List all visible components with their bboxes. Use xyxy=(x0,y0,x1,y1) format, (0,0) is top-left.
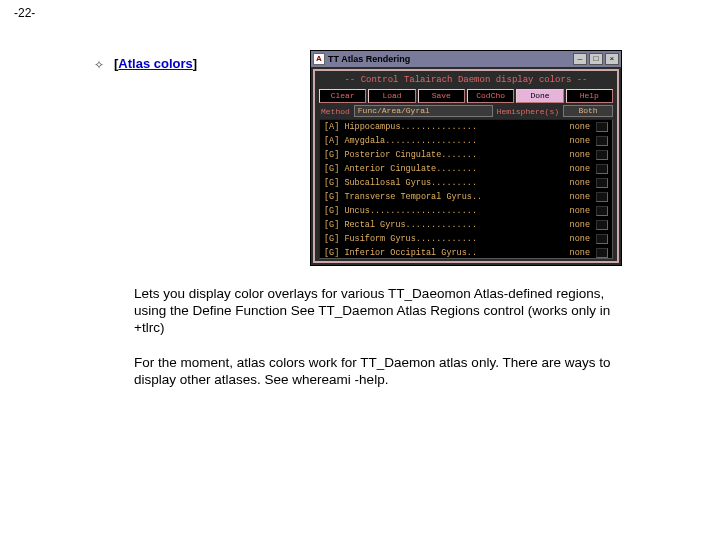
region-label: [G] Inferior Occipital Gyrus.. xyxy=(324,248,562,258)
load-button[interactable]: Load xyxy=(368,89,415,103)
clear-button[interactable]: Clear xyxy=(319,89,366,103)
region-label: [G] Uncus..................... xyxy=(324,206,562,216)
region-row[interactable]: [A] Hippocampus...............none xyxy=(320,120,612,134)
region-row[interactable]: [A] Amygdala..................none xyxy=(320,134,612,148)
color-swatch[interactable] xyxy=(596,122,608,132)
region-value: none xyxy=(562,192,596,202)
color-swatch[interactable] xyxy=(596,234,608,244)
hemisphere-label: Hemisphere(s) xyxy=(495,107,561,116)
method-dropdown[interactable]: Func/Area/Gyral xyxy=(354,105,493,117)
color-swatch[interactable] xyxy=(596,206,608,216)
titlebar: A TT Atlas Rendering — □ × xyxy=(311,51,621,67)
atlas-colors-link[interactable]: Atlas colors xyxy=(118,56,192,71)
region-label: [G] Subcallosal Gyrus......... xyxy=(324,178,562,188)
region-value: none xyxy=(562,248,596,258)
color-swatch[interactable] xyxy=(596,178,608,188)
selector-row: Method Func/Area/Gyral Hemisphere(s) Bot… xyxy=(317,105,615,119)
region-row[interactable]: [G] Subcallosal Gyrus.........none xyxy=(320,176,612,190)
codcho-button[interactable]: CodCho xyxy=(467,89,514,103)
region-label: [G] Transverse Temporal Gyrus.. xyxy=(324,192,562,202)
region-value: none xyxy=(562,136,596,146)
region-row[interactable]: [G] Anterior Cingulate........none xyxy=(320,162,612,176)
app-window: A TT Atlas Rendering — □ × -- Control Ta… xyxy=(310,50,622,266)
panel-subtitle: -- Control Talairach Daemon display colo… xyxy=(317,73,615,89)
region-row[interactable]: [G] Inferior Occipital Gyrus..none xyxy=(320,246,612,259)
region-value: none xyxy=(562,122,596,132)
region-label: [G] Fusiform Gyrus............ xyxy=(324,234,562,244)
save-button[interactable]: Save xyxy=(418,89,465,103)
region-label: [A] Hippocampus............... xyxy=(324,122,562,132)
region-row[interactable]: [G] Posterior Cingulate.......none xyxy=(320,148,612,162)
region-label: [G] Anterior Cingulate........ xyxy=(324,164,562,174)
paragraph-2: For the moment, atlas colors work for TT… xyxy=(134,355,634,389)
description: Lets you display color overlays for vari… xyxy=(134,286,634,388)
color-swatch[interactable] xyxy=(596,192,608,202)
region-label: [A] Amygdala.................. xyxy=(324,136,562,146)
region-value: none xyxy=(562,150,596,160)
bracket-close: ] xyxy=(193,56,197,71)
region-row[interactable]: [G] Transverse Temporal Gyrus..none xyxy=(320,190,612,204)
region-row[interactable]: [G] Fusiform Gyrus............none xyxy=(320,232,612,246)
app-icon: A xyxy=(313,53,325,65)
help-button[interactable]: Help xyxy=(566,89,613,103)
maximize-button[interactable]: □ xyxy=(589,53,603,65)
region-value: none xyxy=(562,234,596,244)
color-swatch[interactable] xyxy=(596,164,608,174)
region-value: none xyxy=(562,220,596,230)
color-swatch[interactable] xyxy=(596,150,608,160)
section-title-wrap: [Atlas colors] xyxy=(114,56,197,73)
window-title: TT Atlas Rendering xyxy=(328,54,410,64)
page-number: -22- xyxy=(14,6,35,20)
region-row[interactable]: [G] Rectal Gyrus..............none xyxy=(320,218,612,232)
region-label: [G] Posterior Cingulate....... xyxy=(324,150,562,160)
hemisphere-dropdown[interactable]: Both xyxy=(563,105,613,117)
close-button[interactable]: × xyxy=(605,53,619,65)
minimize-button[interactable]: — xyxy=(573,53,587,65)
region-label: [G] Rectal Gyrus.............. xyxy=(324,220,562,230)
paragraph-1: Lets you display color overlays for vari… xyxy=(134,286,634,337)
color-swatch[interactable] xyxy=(596,248,608,258)
region-value: none xyxy=(562,164,596,174)
panel: -- Control Talairach Daemon display colo… xyxy=(313,69,619,263)
region-row[interactable]: [G] Uncus.....................none xyxy=(320,204,612,218)
color-swatch[interactable] xyxy=(596,220,608,230)
color-swatch[interactable] xyxy=(596,136,608,146)
region-value: none xyxy=(562,178,596,188)
button-row: ClearLoadSaveCodChoDoneHelp xyxy=(317,89,615,105)
done-button[interactable]: Done xyxy=(516,89,563,103)
method-label: Method xyxy=(319,107,352,116)
bullet-icon: ✧ xyxy=(94,58,104,73)
region-value: none xyxy=(562,206,596,216)
region-list: [A] Hippocampus...............none[A] Am… xyxy=(319,119,613,259)
